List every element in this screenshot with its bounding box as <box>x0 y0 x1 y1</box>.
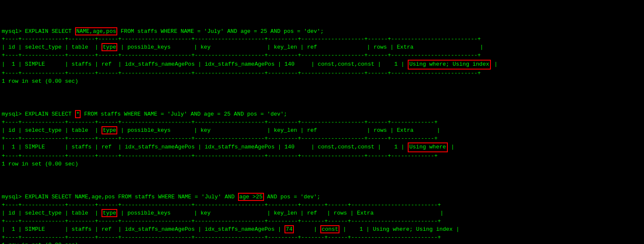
table-sep-2a: +----+-------------+--------+------+----… <box>2 119 438 125</box>
highlight-star: * <box>75 110 81 118</box>
type-highlight-1: type <box>102 43 117 51</box>
extra-highlight-2: Using where <box>408 142 448 152</box>
extra-highlight-1: Using where; Using index <box>408 60 491 70</box>
table-sep-1a: +----+-------------+--------+------+----… <box>2 36 481 42</box>
table-header-3: | id | select_type | table | type | poss… <box>2 209 444 217</box>
table-header-1: | id | select_type | table | type | poss… <box>2 43 483 51</box>
table-sep-2c: +----+-------------+--------+------+----… <box>2 153 438 159</box>
table-sep-1b: +----+-------------+--------+------+----… <box>2 52 481 58</box>
highlight-name-age-pos: NAME,age,pos <box>75 27 118 35</box>
table-header-2: | id | select_type | table | type | poss… <box>2 126 440 134</box>
table-row-3: | 1 | SIMPLE | staffs | ref | idx_staffs… <box>2 225 459 233</box>
table-sep-1c: +----+-------------+--------+------+----… <box>2 70 481 76</box>
row-result-2: 1 row in set (0.00 sec) <box>2 161 78 167</box>
block-3: mysql> EXPLAIN SELECT NAME,age,pos FROM … <box>2 186 642 244</box>
table-sep-3c: +----+-------------+--------+------+----… <box>2 234 441 241</box>
type-highlight-3: type <box>102 209 117 217</box>
table-sep-2b: +----+-------------+--------+------+----… <box>2 135 438 142</box>
table-sep-3a: +----+-------------+--------+------+----… <box>2 202 441 208</box>
table-row-2: | 1 | SIMPLE | staffs | ref | idx_staffs… <box>2 144 454 150</box>
type-highlight-2: type <box>102 126 117 134</box>
block-1: mysql> EXPLAIN SELECT NAME,age,pos FROM … <box>2 20 642 86</box>
row-result-1: 1 row in set (0.00 sec) <box>2 78 78 84</box>
table-sep-3b: +----+-------------+--------+------+----… <box>2 218 441 224</box>
terminal: mysql> EXPLAIN SELECT NAME,age,pos FROM … <box>0 0 644 244</box>
block-2: mysql> EXPLAIN SELECT * FROM staffs WHER… <box>2 102 642 168</box>
highlight-age-gt25: age >25 <box>238 193 264 201</box>
highlight-ref-3: const <box>320 225 339 233</box>
highlight-keylen-3: 74 <box>284 225 294 233</box>
cmd-line-3: mysql> EXPLAIN SELECT NAME,age,pos FROM … <box>2 193 320 201</box>
row-result-3: 1 row in set (0.00 sec) <box>2 242 78 244</box>
cmd-line-1: mysql> EXPLAIN SELECT NAME,age,pos FROM … <box>2 27 324 35</box>
cmd-line-2: mysql> EXPLAIN SELECT * FROM staffs WHER… <box>2 110 287 118</box>
table-row-1: | 1 | SIMPLE | staffs | ref | idx_staffs… <box>2 61 498 67</box>
